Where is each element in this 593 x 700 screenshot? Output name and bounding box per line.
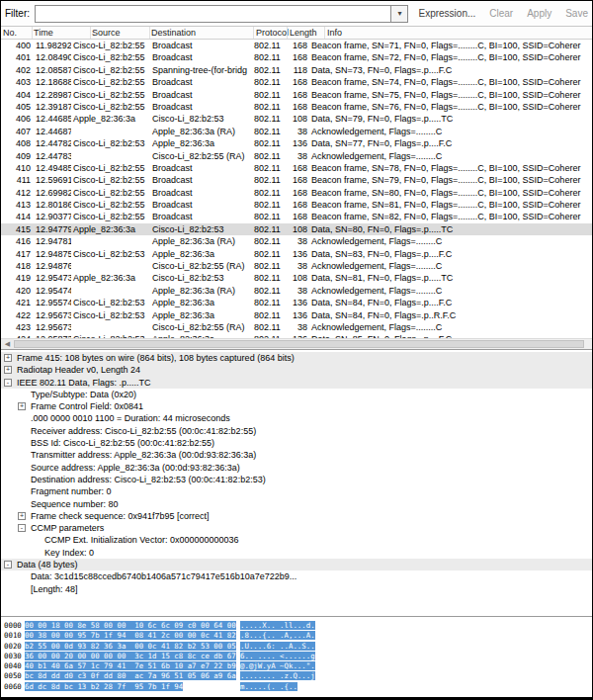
hex-bytes-selected[interactable]: 6d dc 8d bc 13 b2 28 7f 95 7b 1f 94 [25, 682, 183, 691]
hex-row-0010[interactable]: 001000 38 00 00 95 7b 1f 94 08 41 2c 00 … [1, 631, 592, 641]
hex-bytes-selected[interactable]: 36 00 00 20 00 00 00 00 3c 1d 15 c8 8c c… [25, 652, 236, 660]
scroll-left-arrow-icon[interactable]: ◀ [1, 339, 14, 349]
hex-bytes-selected[interactable]: b2 55 00 0d 93 82 36 3a 00 0c 41 82 b2 5… [25, 642, 236, 651]
packet-row-403[interactable]: 40312.186885Cisco-Li_82:b2:55Broadcast80… [1, 76, 592, 88]
packet-row-423[interactable]: 42312.956739Cisco-Li_82:b2:55 (RA)802.11… [1, 321, 592, 333]
expand-icon[interactable]: + [18, 402, 26, 410]
packet-row-420[interactable]: 42012.954742Apple_82:36:3a (RA)802.1138A… [1, 285, 592, 297]
hex-ascii-selected[interactable]: .8...{.. .A,...A. [240, 631, 315, 640]
detail-row-0[interactable]: +Frame 415: 108 bytes on wire (864 bits)… [1, 352, 592, 364]
detail-row-8[interactable]: Transmitter address: Apple_82:36:3a (00:… [1, 449, 592, 461]
hex-row-0000[interactable]: 000000 00 18 00 8e 58 00 00 10 6c 6c 09 … [1, 621, 592, 631]
packet-row-415[interactable]: 41512.947797Apple_82:36:3aCisco-Li_82:b2… [1, 223, 592, 235]
expand-icon[interactable]: + [4, 366, 12, 374]
hex-ascii-selected[interactable]: 6.. .... <......g [240, 652, 315, 660]
detail-row-11[interactable]: Fragment number: 0 [1, 485, 592, 497]
packet-row-411[interactable]: 41112.596912Cisco-Li_82:b2:55Broadcast80… [1, 174, 592, 186]
detail-row-16[interactable]: Key Index: 0 [1, 547, 592, 559]
packet-row-400[interactable]: 40011.982925Cisco-Li_82:b2:55Broadcast80… [1, 40, 592, 51]
collapse-icon[interactable]: - [4, 379, 12, 387]
packet-row-402[interactable]: 40212.085879Cisco-Li_82:b2:55Spanning-tr… [1, 64, 592, 76]
expression-button[interactable]: Expression... [418, 8, 475, 19]
detail-row-9[interactable]: Source address: Apple_82:36:3a (00:0d:93… [1, 462, 592, 474]
collapse-icon[interactable]: - [18, 524, 26, 532]
packet-row-418[interactable]: 41812.948763Cisco-Li_82:b2:55 (RA)802.11… [1, 260, 592, 272]
detail-row-13[interactable]: +Frame check sequence: 0x941f7b95 [corre… [1, 510, 592, 522]
cell: Apple_82:36:3a [150, 297, 252, 308]
cell: Cisco-Li_82:b2:53 [71, 309, 150, 321]
detail-row-5[interactable]: .000 0000 0010 1100 = Duration: 44 micro… [1, 412, 592, 424]
filter-input[interactable] [36, 7, 390, 21]
detail-row-19[interactable]: [Length: 48] [1, 583, 592, 595]
packet-row-408[interactable]: 40812.447825Cisco-Li_82:b2:53Apple_82:36… [1, 137, 592, 149]
packet-row-419[interactable]: 41912.954731Apple_82:36:3aCisco-Li_82:b2… [1, 272, 592, 284]
hex-dump-pane[interactable]: 000000 00 18 00 8e 58 00 00 10 6c 6c 09 … [1, 617, 592, 697]
detail-row-18[interactable]: Data: 3c1d15c88ccedb6740b1406a571c79417e… [1, 570, 592, 582]
packet-row-417[interactable]: 41712.948755Cisco-Li_82:b2:53Apple_82:36… [1, 248, 592, 260]
detail-row-2[interactable]: -IEEE 802.11 Data, Flags: .p.....TC [1, 377, 592, 389]
hex-offset: 0000 [1, 621, 25, 631]
packet-row-414[interactable]: 41412.903777Cisco-Li_82:b2:55Broadcast80… [1, 211, 592, 222]
hex-row-0050[interactable]: 0050bc 8d dd d0 c3 0f dd 80 ac 7a 96 51 … [1, 671, 592, 681]
packet-row-401[interactable]: 40112.084901Cisco-Li_82:b2:55Broadcast80… [1, 51, 592, 63]
packet-row-413[interactable]: 41312.801865Cisco-Li_82:b2:55Broadcast80… [1, 199, 592, 211]
filter-dropdown-button[interactable]: ▾ [390, 6, 407, 22]
detail-row-1[interactable]: +Radiotap Header v0, Length 24 [1, 364, 592, 376]
column-header-length[interactable]: Length [290, 28, 317, 38]
hex-row-0060[interactable]: 00606d dc 8d bc 13 b2 28 7f 95 7b 1f 94m… [1, 682, 592, 692]
packet-row-422[interactable]: 42212.956730Cisco-Li_82:b2:53Apple_82:36… [1, 309, 592, 321]
column-header-no[interactable]: No. [3, 28, 17, 38]
hex-ascii-selected[interactable]: m.....(. .{.. [240, 682, 297, 691]
detail-row-12[interactable]: Sequence number: 80 [1, 498, 592, 510]
packet-row-409[interactable]: 40912.447833Cisco-Li_82:b2:55 (RA)802.11… [1, 150, 592, 162]
hex-bytes-selected[interactable]: bc 8d dd d0 c3 0f dd 80 ac 7a 96 51 05 0… [25, 671, 236, 680]
clear-button[interactable]: Clear [489, 8, 513, 19]
cell: 802.11 [252, 126, 286, 137]
hex-bytes-selected[interactable]: 40 b1 40 6a 57 1c 79 41 7e 51 6b 10 a7 e… [25, 661, 236, 670]
cell: 802.11 [252, 297, 286, 308]
cell: Apple_82:36:3a (RA) [150, 126, 252, 137]
column-header-protocol[interactable]: Protocol [256, 28, 289, 38]
packet-row-410[interactable]: 41012.494858Cisco-Li_82:b2:55Broadcast80… [1, 162, 592, 174]
hex-ascii-selected[interactable]: .....X.. .ll...d. [240, 621, 315, 630]
collapse-icon[interactable]: - [4, 561, 12, 569]
apply-button[interactable]: Apply [527, 8, 551, 19]
column-header-destination[interactable]: Destination [151, 28, 196, 38]
cell: 802.11 [252, 187, 286, 199]
column-header-info[interactable]: Info [327, 28, 342, 38]
cell: 802.11 [252, 260, 286, 272]
column-header-time[interactable]: Time [34, 28, 53, 38]
detail-row-15[interactable]: CCMP Ext. Initialization Vector: 0x00000… [1, 534, 592, 546]
hex-bytes-selected[interactable]: 00 38 00 00 95 7b 1f 94 08 41 2c 00 00 0… [25, 631, 236, 640]
detail-row-3[interactable]: Type/Subtype: Data (0x20) [1, 389, 592, 400]
save-button[interactable]: Save [565, 8, 588, 19]
cell: 405 [1, 101, 34, 113]
hscrollbar-thumb[interactable] [14, 340, 584, 348]
hex-row-0040[interactable]: 004040 b1 40 6a 57 1c 79 41 7e 51 6b 10 … [1, 661, 592, 671]
detail-row-7[interactable]: BSS Id: Cisco-Li_82:b2:55 (00:0c:41:82:b… [1, 437, 592, 449]
column-header-source[interactable]: Source [92, 28, 121, 38]
hex-row-0020[interactable]: 0020b2 55 00 0d 93 82 36 3a 00 0c 41 82 … [1, 642, 592, 652]
packet-row-421[interactable]: 42112.955740Cisco-Li_82:b2:53Apple_82:36… [1, 297, 592, 308]
filter-combobox[interactable]: ▾ [35, 5, 408, 23]
packet-row-416[interactable]: 41612.947813Apple_82:36:3a (RA)802.1138A… [1, 235, 592, 247]
hex-ascii-selected[interactable]: ........ .z.Q...j [240, 671, 315, 680]
detail-row-14[interactable]: -CCMP parameters [1, 522, 592, 534]
detail-row-text: Data (48 bytes) [17, 559, 78, 570]
packet-list-hscrollbar[interactable]: ◀ [1, 338, 592, 350]
detail-row-6[interactable]: Receiver address: Cisco-Li_82:b2:55 (00:… [1, 425, 592, 437]
detail-row-4[interactable]: +Frame Control Field: 0x0841 [1, 400, 592, 412]
hex-bytes-selected[interactable]: 00 00 18 00 8e 58 00 00 10 6c 6c 09 c0 0… [25, 621, 236, 630]
expand-icon[interactable]: + [4, 354, 12, 362]
packet-row-412[interactable]: 41212.699823Cisco-Li_82:b2:55Broadcast80… [1, 187, 592, 199]
hex-row-0030[interactable]: 003036 00 00 20 00 00 00 00 3c 1d 15 c8 … [1, 652, 592, 661]
packet-row-406[interactable]: 40612.446856Apple_82:36:3aCisco-Li_82:b2… [1, 113, 592, 125]
expand-icon[interactable]: + [18, 512, 26, 520]
detail-row-10[interactable]: Destination address: Cisco-Li_82:b2:53 (… [1, 474, 592, 485]
packet-row-405[interactable]: 40512.391879Cisco-Li_82:b2:55Broadcast80… [1, 101, 592, 113]
hex-ascii-selected[interactable]: @.@jW.yA ~Qk...". [240, 661, 315, 670]
packet-row-404[interactable]: 40412.289872Cisco-Li_82:b2:55Broadcast80… [1, 89, 592, 101]
hex-ascii-selected[interactable]: .U....6: ..A..S.. [240, 642, 315, 651]
packet-row-407[interactable]: 40712.446871Apple_82:36:3a (RA)802.1138A… [1, 126, 592, 137]
detail-row-17[interactable]: -Data (48 bytes) [1, 559, 592, 570]
